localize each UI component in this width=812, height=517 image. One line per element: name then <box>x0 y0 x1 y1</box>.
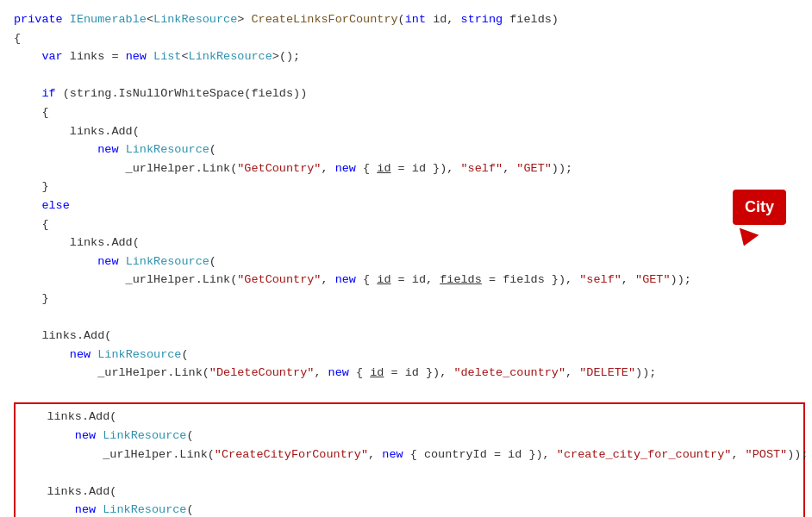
type: LinkResource <box>126 143 209 156</box>
code-line: new LinkResource( <box>10 140 812 159</box>
param: fields <box>440 273 482 286</box>
keyword: private <box>14 13 70 26</box>
code-line: links.Add( <box>10 327 812 346</box>
type: LinkResource <box>189 50 272 63</box>
param: id <box>377 273 390 286</box>
type: LinkResource <box>153 13 237 26</box>
code-container: private IEnumerable<LinkResource> Create… <box>0 0 812 517</box>
code-line: new LinkResource( <box>10 346 812 364</box>
keyword: string <box>461 13 503 26</box>
string: "self" <box>461 162 503 175</box>
string: "POST" <box>746 448 788 461</box>
code-line: new LinkResource( <box>10 252 812 271</box>
method-name: CreateLinksForCountry <box>251 13 397 26</box>
type: LinkResource <box>103 503 186 516</box>
string: "DeleteCountry" <box>209 366 315 379</box>
code-line: links.Add( <box>16 408 803 427</box>
keyword: var <box>41 50 62 63</box>
keyword: else <box>41 199 69 212</box>
code-line: links.Add( <box>10 122 812 141</box>
code-line <box>10 383 812 402</box>
param: id <box>377 162 390 175</box>
string: "delete_country" <box>453 366 565 379</box>
string: "GetCountry" <box>237 162 321 175</box>
keyword: new <box>75 429 96 442</box>
param: id <box>370 366 384 379</box>
code-line: if (string.IsNullOrWhiteSpace(fields)) <box>10 84 812 103</box>
code-line: new LinkResource( <box>16 501 803 517</box>
keyword: new <box>97 255 118 268</box>
code-line <box>10 308 812 327</box>
code-line: _urlHelper.Link("GetCountry", new { id =… <box>10 271 812 290</box>
type: List <box>153 50 181 63</box>
keyword: new <box>97 143 118 156</box>
keyword: int <box>405 13 426 26</box>
code-line: { <box>10 29 812 48</box>
code-line: _urlHelper.Link("CreateCityForCountry", … <box>16 445 803 464</box>
keyword: new <box>70 348 91 361</box>
code-line <box>10 66 812 85</box>
string: "GetCountry" <box>237 273 321 286</box>
string: "CreateCityForCountry" <box>215 448 368 461</box>
code-line: } <box>10 290 812 308</box>
type: LinkResource <box>103 429 186 442</box>
highlight-box: links.Add( new LinkResource( _urlHelper.… <box>14 402 805 517</box>
type: IEnumerable <box>70 13 147 26</box>
code-line: _urlHelper.Link("GetCountry", new { id =… <box>10 159 812 178</box>
code-line: private IEnumerable<LinkResource> Create… <box>10 10 812 29</box>
city-label: City <box>733 190 786 225</box>
keyword: new <box>335 273 356 286</box>
code-line: else <box>10 196 812 215</box>
code-line: links.Add( <box>10 234 812 252</box>
code-line: links.Add( <box>16 483 803 501</box>
code-line: } <box>10 178 812 196</box>
keyword: new <box>126 50 147 63</box>
type: LinkResource <box>126 255 209 268</box>
type: LinkResource <box>97 348 181 361</box>
string: "self" <box>579 273 621 286</box>
code-line: { <box>10 215 812 234</box>
code-line: { <box>10 103 812 122</box>
string: "GET" <box>635 273 671 286</box>
code-line: var links = new List<LinkResource>(); <box>10 47 812 66</box>
keyword: new <box>328 366 349 379</box>
keyword: new <box>75 503 96 516</box>
string: "DELETE" <box>579 366 635 379</box>
string: "create_city_for_country" <box>557 448 732 461</box>
code-line: new LinkResource( <box>16 427 803 445</box>
keyword: new <box>382 448 403 461</box>
code-line: _urlHelper.Link("DeleteCountry", new { i… <box>10 364 812 383</box>
code-line <box>16 464 803 483</box>
keyword: if <box>41 87 55 100</box>
keyword: new <box>335 162 356 175</box>
string: "GET" <box>516 162 552 175</box>
